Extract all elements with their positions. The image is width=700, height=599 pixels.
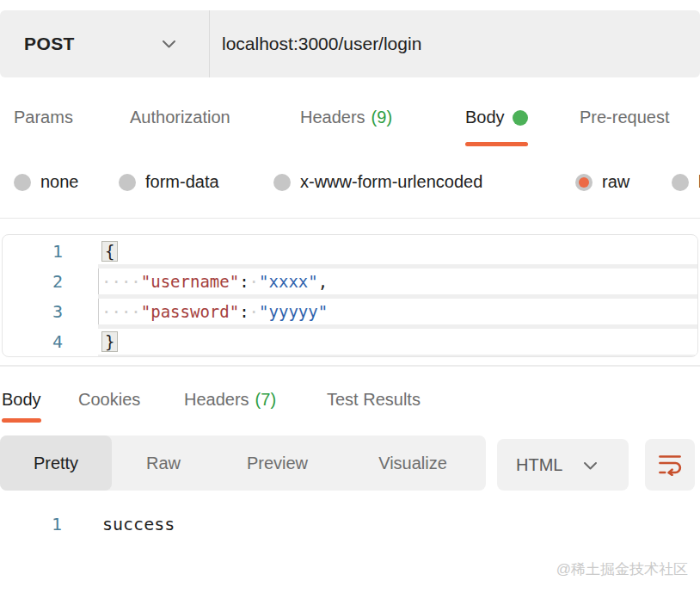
body-type-binary[interactable]: binary xyxy=(672,172,700,192)
tab-count: (7) xyxy=(255,390,276,410)
code-token-punct: : xyxy=(239,302,249,321)
view-tab-preview[interactable]: Preview xyxy=(215,435,340,491)
request-tabs: ParamsAuthorizationHeaders(9)BodyPre-req… xyxy=(0,108,700,151)
code-line[interactable]: 1{ xyxy=(3,238,697,264)
response-tab-test-results[interactable]: Test Results xyxy=(327,390,421,410)
radio-icon xyxy=(672,174,689,191)
request-body-editor[interactable]: 1{2····"username":·"xxxx",3····"password… xyxy=(2,234,698,357)
code-token-string: "xxxx" xyxy=(259,272,318,291)
divider xyxy=(209,10,210,77)
body-type-none[interactable]: none xyxy=(14,172,79,192)
tab-label: Cookies xyxy=(78,390,140,410)
response-line: 1success xyxy=(2,511,698,537)
code-token-key: "username" xyxy=(141,272,239,291)
code-text: { xyxy=(98,238,697,264)
line-number: 2 xyxy=(3,271,98,292)
code-text: ····"password":·"yyyyy" xyxy=(98,299,697,324)
radio-icon xyxy=(575,174,593,191)
green-dot-icon xyxy=(513,110,528,126)
line-number: 4 xyxy=(3,331,98,352)
code-token-whitespace: ···· xyxy=(101,302,141,321)
method-selector[interactable]: POST xyxy=(0,10,209,77)
tab-count: (9) xyxy=(371,108,392,127)
view-tab-pretty[interactable]: Pretty xyxy=(0,435,112,491)
radio-icon xyxy=(14,174,31,191)
watermark: @稀土掘金技术社区 xyxy=(556,559,688,579)
rest-client-panel: POST localhost:3000/user/login ParamsAut… xyxy=(0,0,700,599)
tab-label: Pre-request xyxy=(580,108,670,127)
format-dropdown[interactable]: HTML xyxy=(497,439,629,491)
radio-label: none xyxy=(40,172,79,192)
line-number: 1 xyxy=(2,514,97,534)
code-token-bracket: { xyxy=(101,241,118,262)
code-text: } xyxy=(98,329,697,355)
request-tab-params[interactable]: Params xyxy=(14,108,73,127)
tab-label: Body xyxy=(2,390,41,410)
tab-label: Headers xyxy=(300,108,365,127)
divider xyxy=(0,218,700,219)
response-tabs: BodyCookiesHeaders(7)Test Results xyxy=(0,390,700,429)
request-tab-authorization[interactable]: Authorization xyxy=(130,108,230,127)
radio-label: x-www-form-urlencoded xyxy=(300,172,482,192)
code-line[interactable]: 3····"password":·"yyyyy" xyxy=(3,299,697,324)
divider xyxy=(0,365,700,367)
response-tab-cookies[interactable]: Cookies xyxy=(78,390,140,410)
line-number: 3 xyxy=(3,301,98,322)
body-type-options: noneform-datax-www-form-urlencodedrawbin… xyxy=(0,172,700,195)
view-tab-visualize[interactable]: Visualize xyxy=(340,435,486,491)
code-line[interactable]: 4} xyxy=(3,329,697,355)
radio-icon xyxy=(273,174,291,191)
url-input[interactable]: localhost:3000/user/login xyxy=(222,10,691,77)
wrap-text-button[interactable] xyxy=(645,439,695,491)
view-tab-raw[interactable]: Raw xyxy=(112,435,215,491)
response-body[interactable]: 1success xyxy=(2,511,698,537)
code-line[interactable]: 2····"username":·"xxxx", xyxy=(3,269,697,294)
response-tab-headers[interactable]: Headers(7) xyxy=(184,390,276,410)
chevron-down-icon xyxy=(162,40,176,49)
radio-label: raw xyxy=(602,172,629,192)
tab-label: Body xyxy=(465,108,505,127)
code-token-string: "yyyyy" xyxy=(259,302,328,321)
code-token-bracket: } xyxy=(101,331,118,352)
code-token-punct: : xyxy=(239,272,249,291)
code-token-whitespace: · xyxy=(249,272,259,291)
method-label: POST xyxy=(24,34,75,54)
body-type-form-data[interactable]: form-data xyxy=(119,172,219,192)
tab-label: Params xyxy=(14,108,73,127)
request-tab-headers[interactable]: Headers(9) xyxy=(300,108,392,127)
tab-label: Test Results xyxy=(327,390,421,410)
body-type-raw[interactable]: raw xyxy=(575,172,629,192)
wrap-text-icon xyxy=(657,450,683,479)
code-token-punct: , xyxy=(318,272,328,291)
tab-label: Authorization xyxy=(130,108,230,127)
response-text: success xyxy=(97,514,175,534)
code-text: ····"username":·"xxxx", xyxy=(98,269,697,294)
line-number: 1 xyxy=(3,241,98,262)
response-view-tabs: PrettyRawPreviewVisualize xyxy=(0,435,486,491)
body-type-x-www-form-urlencoded[interactable]: x-www-form-urlencoded xyxy=(273,172,482,192)
response-tab-body[interactable]: Body xyxy=(2,390,41,410)
code-token-key: "password" xyxy=(141,302,239,321)
request-tab-body[interactable]: Body xyxy=(465,108,528,127)
format-label: HTML xyxy=(516,455,562,475)
radio-label: form-data xyxy=(145,172,219,192)
radio-icon xyxy=(119,174,136,191)
response-toolbar: PrettyRawPreviewVisualize HTML xyxy=(0,435,700,491)
code-token-whitespace: ···· xyxy=(101,272,141,291)
chevron-down-icon xyxy=(583,455,598,475)
request-url-bar: POST localhost:3000/user/login xyxy=(0,10,700,77)
request-tab-pre-request[interactable]: Pre-request xyxy=(580,108,670,127)
tab-label: Headers xyxy=(184,390,249,410)
code-token-whitespace: · xyxy=(249,302,259,321)
